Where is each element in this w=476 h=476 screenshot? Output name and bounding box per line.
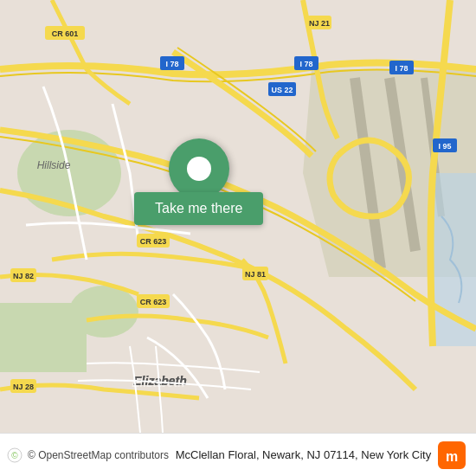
moovit-logo: m [438,441,466,469]
svg-text:Hillside: Hillside [37,159,71,171]
svg-text:©: © [11,451,18,460]
svg-text:CR 601: CR 601 [52,29,79,38]
svg-text:NJ 81: NJ 81 [245,270,266,279]
svg-text:CR 623: CR 623 [140,237,167,246]
osm-logo: © [7,447,23,463]
attribution-text: © OpenStreetMap contributors [28,449,169,461]
svg-text:NJ 21: NJ 21 [309,19,330,28]
svg-text:I 78: I 78 [299,60,312,68]
svg-rect-3 [0,303,87,372]
bottom-bar: © © OpenStreetMap contributors McClellan… [0,433,476,476]
svg-text:I 78: I 78 [395,64,408,73]
svg-text:m: m [446,449,458,464]
address-text: McClellan Floral, Newark, NJ 07114, New … [169,448,438,461]
button-overlay: Take me there [134,138,263,225]
svg-text:I 95: I 95 [438,142,451,151]
map-container: CR 601 I 78 I 78 I 78 US 22 NJ 21 I 95 C… [0,0,476,433]
svg-text:NJ 82: NJ 82 [13,272,34,280]
attribution-area: © © OpenStreetMap contributors [7,447,169,463]
moovit-icon: m [438,441,466,469]
svg-text:CR 623: CR 623 [140,298,167,306]
svg-text:I 78: I 78 [165,60,178,68]
svg-text:US 22: US 22 [271,86,293,94]
svg-text:NJ 28: NJ 28 [13,383,34,391]
map-pin-inner [187,157,211,181]
take-me-there-button[interactable]: Take me there [134,192,263,225]
